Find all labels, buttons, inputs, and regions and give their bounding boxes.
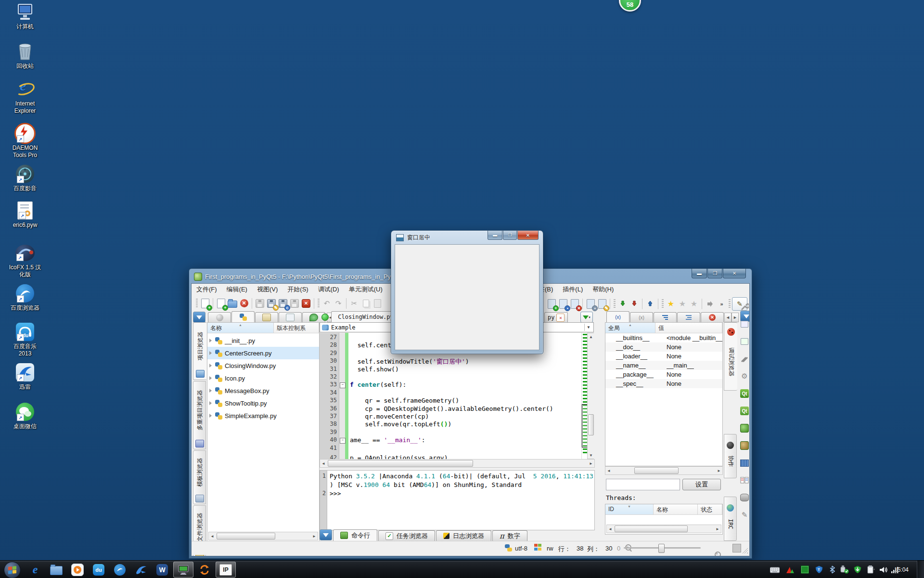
qt-linguist-icon[interactable]: Qt xyxy=(739,406,750,416)
menu-unittest[interactable]: 单元测试(U) xyxy=(344,284,387,295)
sql-browser-icon[interactable] xyxy=(739,492,750,503)
tab-callstack[interactable] xyxy=(654,312,677,322)
tab-translations[interactable] xyxy=(279,312,302,322)
window-titlebar[interactable]: First_programs_in_PyQt5 - F:\Python\PyQt… xyxy=(194,272,401,281)
tab-task-viewer[interactable]: ✓任务浏览器 xyxy=(378,530,435,541)
config-window-icon[interactable] xyxy=(739,319,750,329)
resize-grip[interactable] xyxy=(742,548,748,553)
save-as-icon[interactable]: ✎ xyxy=(266,298,277,309)
sidebar-item-project-viewer[interactable]: 项目浏览器 xyxy=(193,322,206,380)
dialog-close-button[interactable]: ✕ xyxy=(517,231,539,240)
dialog-minimize-button[interactable]: ▬ xyxy=(488,231,502,240)
up-blue-icon[interactable] xyxy=(644,298,656,310)
save-copy-icon[interactable]: c xyxy=(277,298,289,309)
close-red-icon[interactable]: ✕ xyxy=(238,298,250,309)
editor-hscrollbar[interactable]: ◄► xyxy=(320,459,595,468)
tab-locals[interactable]: (x) xyxy=(630,312,653,322)
menu-help[interactable]: 帮助(H) xyxy=(588,284,618,295)
encoding-label[interactable]: utf-8 xyxy=(515,545,527,552)
tray-grid-icon[interactable] xyxy=(799,561,810,578)
project-open-icon[interactable]: ▪ xyxy=(557,298,569,310)
globals-row[interactable]: __spec__None xyxy=(605,379,722,388)
tray-usb-icon[interactable] xyxy=(838,561,850,578)
menu-debug[interactable]: 调试(D) xyxy=(313,284,344,295)
preferences-wrench-icon[interactable] xyxy=(739,302,750,312)
dialog-maximize-button[interactable]: ❐ xyxy=(503,231,517,240)
sidebar-item-template-viewer[interactable]: 模板浏览器 xyxy=(193,450,206,504)
desktop-icon-baidu-music[interactable]: du ↗ 百度音乐 2013 xyxy=(0,322,50,357)
gear-icon[interactable]: ⚙ xyxy=(739,371,750,381)
shell-filter-funnel-icon[interactable] xyxy=(320,529,332,540)
bookmark-star-icon[interactable]: ★ xyxy=(665,298,677,310)
taskbar-item-explorer[interactable] xyxy=(46,562,66,578)
project-filter-funnel-icon[interactable] xyxy=(193,312,205,323)
tray-shield-green-icon[interactable] xyxy=(852,561,863,578)
tree-row[interactable]: ClosingWindow.py xyxy=(207,359,319,372)
compare-files-icon[interactable] xyxy=(739,475,750,486)
redo-icon[interactable]: ↷ xyxy=(333,298,344,309)
editor-tab-other[interactable]: py ✕ xyxy=(544,312,568,322)
tab-scroll-right-icon[interactable]: ► xyxy=(732,313,739,322)
help-books-icon[interactable] xyxy=(739,458,750,468)
tray-sogou-icon[interactable] xyxy=(784,561,796,578)
threads-hscrollbar[interactable]: ◄► xyxy=(606,525,721,533)
desktop-icon-computer[interactable]: 计算机 xyxy=(0,2,50,30)
tree-row[interactable]: Icon.py xyxy=(207,372,319,384)
globals-row[interactable]: __doc__None xyxy=(605,342,722,352)
taskbar-item-word[interactable]: W xyxy=(152,562,172,578)
taskbar-item-sync[interactable] xyxy=(194,562,215,578)
menu-file[interactable]: 文件(F) xyxy=(192,284,222,295)
tr-previewer-icon[interactable] xyxy=(739,440,750,451)
dialog-titlebar[interactable]: 窗口居中 xyxy=(396,234,430,242)
toolbar-handle[interactable] xyxy=(196,299,198,308)
tab-log-viewer[interactable]: 日志浏览器 xyxy=(436,530,491,541)
minimize-button[interactable]: ▬ xyxy=(692,269,707,278)
tray-keyboard-icon[interactable] xyxy=(769,561,781,578)
tab-globals[interactable]: (x) xyxy=(606,311,629,322)
tree-row[interactable]: __init__.py xyxy=(207,334,319,347)
desktop-icon-baidu-browser[interactable]: ↗ 百度浏览器 xyxy=(0,283,50,312)
fold-minus-icon[interactable]: − xyxy=(340,438,346,444)
toolbar-handle[interactable] xyxy=(318,299,320,308)
globals-row[interactable]: __builtins__<module __builtin__ ( xyxy=(605,333,722,342)
tree-row[interactable]: ShowTooltip.py xyxy=(207,397,319,409)
desktop-icon-wechat-desktop[interactable]: ↗ 桌面微信 xyxy=(0,402,50,430)
chevron-down-icon[interactable]: ▼ xyxy=(584,324,592,331)
start-button[interactable] xyxy=(4,562,21,578)
open-folder-icon[interactable] xyxy=(227,298,238,309)
tree-row-selected[interactable]: CenterScreen.py xyxy=(207,347,319,359)
taskbar-item-baidu-browser[interactable] xyxy=(110,562,130,578)
taskbar-item-remote-screen[interactable] xyxy=(173,562,193,578)
desktop-icon-baidu-player[interactable]: ↗ 百度影音 xyxy=(0,164,50,192)
zoom-slider-thumb[interactable] xyxy=(658,544,665,553)
qt-designer-icon[interactable]: Qt xyxy=(739,388,750,399)
globals-hscrollbar[interactable]: ◄► xyxy=(605,466,723,475)
desktop-icon-eric6[interactable]: ↗ eric6.pyw xyxy=(0,200,50,229)
project-save-icon[interactable]: ▪ xyxy=(585,298,596,310)
project-saveas-icon[interactable]: ✎ xyxy=(596,298,608,310)
tree-col-vcs[interactable]: 版本控制系 xyxy=(274,323,319,333)
taskbar-item-baidu-music[interactable]: du xyxy=(89,562,109,578)
threads-col-id[interactable]: ▼ID xyxy=(605,504,654,514)
bookmark-prev-icon[interactable]: ★ xyxy=(688,298,700,310)
tab-sphere[interactable] xyxy=(208,312,231,322)
sidebar-item-multiproject-viewer[interactable]: 多重项目浏览器 xyxy=(193,381,206,449)
goto-icon[interactable] xyxy=(704,298,716,310)
desktop-icon-icofx[interactable]: ↗ IcoFX 1.5 汉 化版 xyxy=(0,243,50,278)
tray-clock[interactable]: 15:04 xyxy=(894,561,909,578)
taskbar-item-ip-tool[interactable]: IP xyxy=(216,562,236,578)
close-all-icon[interactable]: ✕ xyxy=(300,298,312,309)
tab-calltrace[interactable] xyxy=(677,312,700,322)
zoom-in-icon[interactable]: + xyxy=(714,551,721,556)
undo-icon[interactable]: ↶ xyxy=(321,298,333,309)
project-close-icon[interactable]: ✕ xyxy=(569,298,580,310)
fold-minus-icon[interactable]: − xyxy=(340,382,346,388)
menu-edit[interactable]: 编辑(E) xyxy=(222,284,252,295)
editor-tab-closingwindow[interactable]: ClosingWindow.py xyxy=(331,311,400,322)
save-icon[interactable] xyxy=(254,298,266,309)
tray-volume-icon[interactable] xyxy=(878,561,889,578)
desktop-icon-xunlei[interactable]: ↗ 迅雷 xyxy=(0,362,50,391)
close-tab-icon[interactable]: ✕ xyxy=(556,314,565,322)
tree-row[interactable]: MessageBox.py xyxy=(207,384,319,397)
rw-status[interactable]: rw xyxy=(547,545,553,552)
